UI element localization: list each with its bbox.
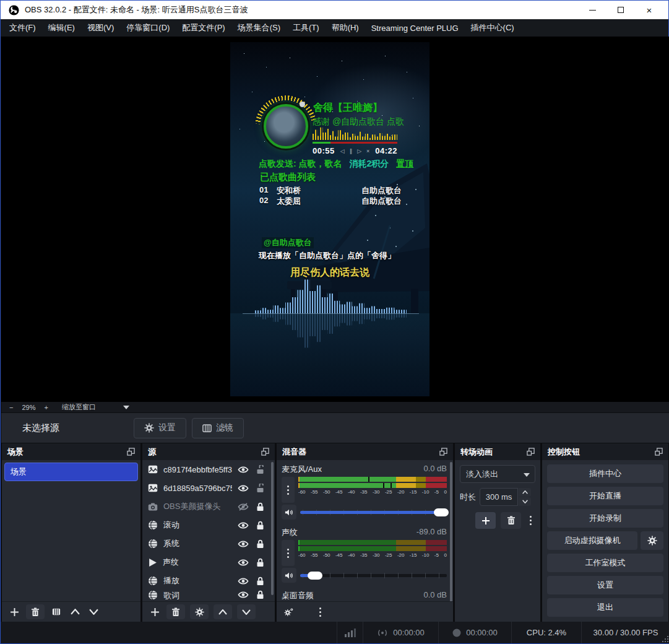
remove-scene-button[interactable] <box>26 604 45 619</box>
source-label: 6d18859a5796bc75 <box>163 484 232 493</box>
popout-icon[interactable] <box>527 448 535 456</box>
eye-icon[interactable] <box>238 521 249 529</box>
media-icon <box>148 558 157 567</box>
source-move-down-button[interactable] <box>237 604 256 619</box>
title-bar: OBS 32.0.2 - 配置文件: 未命名 - 场景: 听云通用S点歌台三音波… <box>1 1 668 19</box>
duration-up-button[interactable] <box>519 488 531 497</box>
menu-docks[interactable]: 停靠窗口(D) <box>120 19 176 37</box>
scene-move-up-button[interactable] <box>68 604 82 619</box>
lock-closed-icon[interactable] <box>256 558 264 567</box>
mixer-menu-button[interactable] <box>316 607 325 617</box>
scene-move-down-button[interactable] <box>87 604 100 619</box>
start-streaming-button[interactable]: 开始直播 <box>547 487 663 505</box>
source-row[interactable]: 系统 <box>142 534 275 553</box>
popout-icon[interactable] <box>261 448 269 456</box>
source-row[interactable]: 声纹 <box>142 553 275 572</box>
zoom-out-button[interactable]: − <box>9 404 13 411</box>
volume-slider[interactable] <box>300 506 447 518</box>
maximize-button[interactable] <box>606 1 635 19</box>
add-transition-button[interactable] <box>475 512 496 529</box>
start-recording-button[interactable]: 开始录制 <box>547 509 663 528</box>
transition-menu-button[interactable] <box>526 516 535 525</box>
fit-to-window-label[interactable]: 缩放至窗口 <box>62 402 96 412</box>
menu-tools[interactable]: 工具(T) <box>287 19 326 37</box>
popout-icon[interactable] <box>439 448 447 456</box>
at-name-label: @自助点歌台 <box>262 237 314 248</box>
song-no: 01 <box>259 185 277 196</box>
lock-open-icon[interactable] <box>256 465 264 474</box>
scene-filters-button[interactable] <box>50 604 63 619</box>
remove-transition-button[interactable] <box>501 512 521 529</box>
minimize-button[interactable] <box>578 1 606 19</box>
fit-dropdown-arrow-icon[interactable] <box>123 406 129 409</box>
mixer-scrollbar[interactable] <box>450 462 452 601</box>
menu-profile[interactable]: 配置文件(P) <box>176 19 231 37</box>
menu-edit[interactable]: 编辑(E) <box>42 19 81 37</box>
scene-item[interactable]: 场景 <box>4 463 138 481</box>
lock-open-icon[interactable] <box>256 484 264 493</box>
eye-icon[interactable] <box>238 540 249 548</box>
source-row[interactable]: 歌词 <box>142 590 275 601</box>
obs-window: OBS 32.0.2 - 配置文件: 未命名 - 场景: 听云通用S点歌台三音波… <box>0 0 669 644</box>
lock-closed-icon[interactable] <box>256 502 264 511</box>
transition-select[interactable]: 淡入淡出 <box>460 465 535 483</box>
sources-scrollbar[interactable] <box>271 462 274 595</box>
next-icon: ▷ <box>357 148 361 154</box>
menu-file[interactable]: 文件(F) <box>3 19 42 37</box>
preview-canvas[interactable]: 舍得【王唯旖】 感谢 @自助点歌台 点歌 00:55 ◁ ∥ ▷ × 04:22… <box>1 37 669 402</box>
lock-closed-icon[interactable] <box>256 539 264 549</box>
source-row[interactable]: c8917f4ebbfbfe5ff3 <box>142 460 275 479</box>
eye-icon[interactable] <box>238 559 249 567</box>
scenes-dock-title: 场景 <box>7 446 24 458</box>
plugin-center-button[interactable]: 插件中心 <box>547 464 663 483</box>
duration-value[interactable]: 300 ms <box>480 488 518 506</box>
eye-slash-icon[interactable] <box>238 503 249 511</box>
duration-spinbox[interactable]: 300 ms <box>480 488 531 506</box>
mute-button[interactable] <box>282 568 296 583</box>
transition-value: 淡入淡出 <box>466 469 498 480</box>
menu-scene-collection[interactable]: 场景集合(S) <box>231 19 287 37</box>
lock-closed-icon[interactable] <box>256 590 264 599</box>
source-row[interactable]: 6d18859a5796bc75 <box>142 479 275 497</box>
menu-view[interactable]: 视图(V) <box>81 19 120 37</box>
song-by: 自助点歌台 <box>361 185 402 196</box>
remove-source-button[interactable] <box>166 604 185 619</box>
order-hint: 点歌发送: 点歌，歌名 <box>259 159 342 168</box>
album-art <box>264 104 308 149</box>
tonearm-icon <box>300 102 305 107</box>
menu-plugin-center[interactable]: 插件中心(C) <box>465 19 520 37</box>
eye-icon[interactable] <box>238 591 249 599</box>
popout-icon[interactable] <box>127 448 135 456</box>
add-scene-button[interactable] <box>7 604 21 619</box>
start-virtual-camera-button[interactable]: 启动虚拟摄像机 <box>547 531 637 550</box>
resize-grip[interactable] <box>662 636 668 642</box>
settings-button[interactable]: 设置 <box>547 576 663 594</box>
source-row[interactable]: 播放 <box>142 572 275 590</box>
source-move-up-button[interactable] <box>214 604 232 619</box>
eye-icon[interactable] <box>238 484 249 492</box>
lock-closed-icon[interactable] <box>256 521 264 530</box>
lock-closed-icon[interactable] <box>256 577 264 586</box>
popout-icon[interactable] <box>655 448 663 456</box>
menu-help[interactable]: 帮助(H) <box>326 19 365 37</box>
duration-down-button[interactable] <box>519 497 531 506</box>
mute-button[interactable] <box>282 505 296 520</box>
source-row[interactable]: OBS美颜摄像头 <box>142 497 275 516</box>
source-filters-button[interactable]: 滤镜 <box>192 418 244 438</box>
exit-button[interactable]: 退出 <box>547 598 663 617</box>
channel-menu-button[interactable] <box>282 540 295 566</box>
source-settings-button[interactable]: 设置 <box>134 418 186 438</box>
virtual-camera-settings-button[interactable] <box>641 531 663 550</box>
studio-mode-button[interactable]: 工作室模式 <box>547 554 663 572</box>
source-properties-button[interactable] <box>190 604 209 619</box>
menu-streaming-center-plug[interactable]: Streaming Center PLUG <box>365 19 465 37</box>
close-button[interactable]: × <box>635 1 663 19</box>
zoom-in-button[interactable]: + <box>44 404 48 411</box>
eye-icon[interactable] <box>238 577 249 585</box>
add-source-button[interactable] <box>148 604 162 619</box>
advanced-audio-button[interactable] <box>282 604 296 619</box>
source-row[interactable]: 滚动 <box>142 516 275 534</box>
volume-slider[interactable] <box>300 569 447 581</box>
eye-icon[interactable] <box>238 466 249 474</box>
channel-menu-button[interactable] <box>282 477 295 503</box>
